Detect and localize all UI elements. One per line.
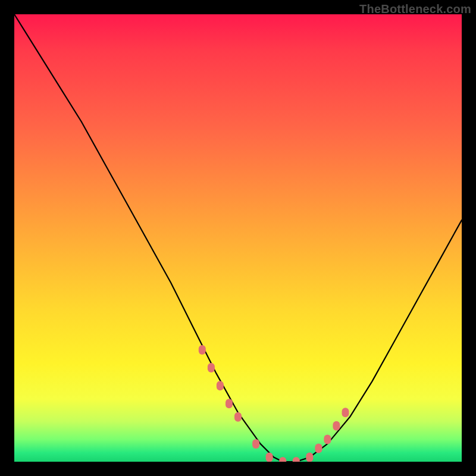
curve-layer xyxy=(14,14,462,462)
bottleneck-curve xyxy=(14,14,462,462)
svg-rect-1 xyxy=(208,363,215,372)
svg-rect-4 xyxy=(234,412,242,422)
chart-frame: TheBottleneck.com xyxy=(0,0,476,476)
svg-rect-0 xyxy=(199,345,206,355)
svg-rect-12 xyxy=(333,421,340,431)
svg-rect-5 xyxy=(252,439,259,449)
svg-rect-7 xyxy=(279,457,286,462)
svg-rect-2 xyxy=(217,381,224,390)
plot-area xyxy=(14,14,462,462)
svg-rect-8 xyxy=(293,457,300,462)
svg-rect-6 xyxy=(266,453,273,462)
svg-rect-9 xyxy=(306,453,313,462)
svg-rect-10 xyxy=(315,443,322,453)
svg-rect-11 xyxy=(324,434,331,444)
svg-rect-13 xyxy=(342,408,349,417)
svg-rect-3 xyxy=(226,399,233,408)
